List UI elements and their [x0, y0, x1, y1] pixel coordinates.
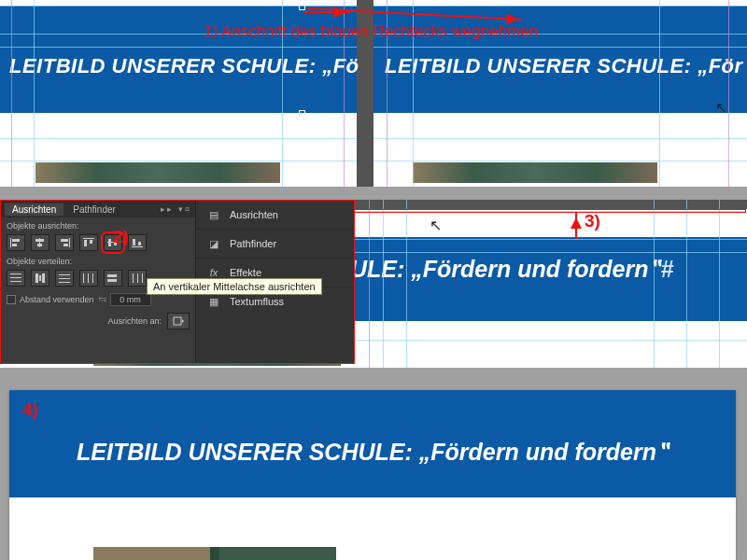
svg-rect-20	[10, 281, 21, 282]
guide-v	[659, 0, 660, 187]
svg-rect-21	[35, 273, 38, 283]
margin-guide	[728, 0, 729, 187]
align-objects-row	[1, 232, 195, 253]
result-view: LEITBILD UNSERER SCHULE: „Fördern und fo…	[0, 381, 747, 560]
svg-rect-9	[83, 238, 94, 239]
svg-rect-29	[92, 273, 93, 283]
annotation-3: 3)	[585, 211, 600, 231]
tooltip: An vertikaler Mittelachse ausrichten	[147, 278, 322, 295]
spread-view-top: LEITBILD UNSERER SCHULE: „Fö LEITBILD UN…	[0, 0, 747, 187]
svg-rect-8	[63, 244, 68, 246]
menu-label: Textumfluss	[230, 296, 284, 307]
svg-rect-22	[39, 275, 41, 281]
align-to-row: Ausrichten an:	[1, 311, 195, 331]
guide-h	[374, 47, 747, 48]
menu-label: Pathfinder	[230, 238, 276, 249]
tab-pathfinder[interactable]: Pathfinder	[65, 203, 123, 216]
distribute-bottom-button[interactable]	[55, 270, 74, 287]
cursor-icon	[430, 217, 441, 231]
svg-rect-17	[138, 242, 141, 245]
selection-handle[interactable]	[299, 4, 305, 10]
distribute-top-button[interactable]	[7, 270, 25, 287]
svg-rect-27	[83, 273, 84, 283]
svg-rect-6	[69, 238, 70, 247]
svg-rect-35	[174, 317, 181, 325]
distribute-left-button[interactable]	[79, 270, 98, 287]
align-bottom-button[interactable]	[128, 234, 147, 251]
svg-rect-24	[59, 274, 70, 275]
guide-h	[374, 138, 747, 139]
align-right-button[interactable]	[55, 234, 74, 251]
svg-rect-23	[42, 273, 45, 283]
svg-rect-19	[10, 277, 21, 278]
menu-item-pathfinder[interactable]: ◪ Pathfinder	[196, 230, 354, 259]
svg-rect-30	[107, 274, 117, 277]
headline-text-right: LEITBILD UNSERER SCHULE: „För	[385, 54, 743, 78]
svg-rect-4	[35, 239, 44, 242]
svg-rect-13	[108, 239, 111, 246]
effects-menu-icon: fx	[207, 266, 220, 279]
svg-rect-15	[132, 246, 143, 247]
svg-rect-16	[133, 239, 135, 245]
menu-label: Ausrichten	[230, 209, 278, 220]
svg-rect-33	[137, 273, 138, 283]
svg-rect-28	[88, 273, 89, 283]
selection-handle[interactable]	[299, 110, 305, 117]
headline-full: LEITBILD UNSERER SCHULE: „Fördern und fo…	[9, 439, 736, 466]
align-left-button[interactable]	[7, 234, 25, 251]
svg-rect-5	[37, 244, 42, 246]
align-to-label: Ausrichten an:	[107, 316, 162, 326]
guide-h	[374, 6, 747, 7]
annotation-1: 1) Anschnitt des blauen Rechtecks wegneh…	[204, 22, 538, 41]
svg-rect-1	[12, 239, 20, 242]
distribute-h-center-button[interactable]	[104, 270, 122, 287]
arrow-3	[575, 213, 577, 239]
photo-strip	[413, 162, 657, 183]
distribute-v-center-button[interactable]	[31, 270, 49, 287]
guide-v	[383, 200, 384, 368]
distribute-right-button[interactable]	[128, 270, 147, 287]
svg-rect-10	[84, 240, 87, 246]
guide-v	[34, 0, 35, 187]
panel-collapse-icon[interactable]: ▸▸ ▾≡	[161, 204, 195, 214]
cursor-icon	[715, 99, 726, 114]
svg-rect-25	[59, 278, 70, 279]
margin-guide	[11, 0, 12, 187]
guide-h	[0, 161, 357, 161]
textwrap-menu-icon: ▦	[207, 295, 220, 308]
annotation-2: 2)	[113, 227, 129, 247]
label-align-objects: Objekte ausrichten:	[1, 217, 195, 232]
use-spacing-checkbox[interactable]	[7, 295, 16, 304]
guide-v	[686, 200, 687, 368]
headline-fragment: ULE: „Fördern und fordern‟#	[350, 256, 673, 283]
photo-strip	[35, 162, 280, 183]
svg-rect-34	[142, 273, 143, 283]
arrow-1a	[303, 11, 350, 13]
menu-label: Effekte	[230, 267, 261, 278]
align-h-center-button[interactable]	[31, 234, 49, 251]
use-spacing-label: Abstand verwenden	[20, 295, 94, 304]
annotation-4: 4)	[22, 399, 38, 420]
svg-rect-0	[10, 238, 11, 247]
align-menu-icon: ▤	[207, 208, 220, 221]
align-top-button[interactable]	[79, 234, 98, 251]
guide-v	[406, 200, 407, 368]
svg-rect-26	[59, 282, 70, 283]
svg-rect-31	[107, 279, 117, 282]
photo-strip	[93, 547, 336, 560]
svg-rect-7	[61, 239, 68, 242]
align-panel[interactable]: Ausrichten Pathfinder ▸▸ ▾≡ Objekte ausr…	[0, 200, 355, 364]
spacing-field[interactable]: 0 mm	[110, 293, 151, 306]
svg-rect-2	[12, 244, 17, 246]
panel-tabs: Ausrichten Pathfinder ▸▸ ▾≡	[1, 201, 195, 217]
guide-h	[374, 161, 747, 161]
align-to-dropdown[interactable]	[167, 313, 190, 329]
tab-align[interactable]: Ausrichten	[5, 203, 63, 216]
guide-h	[0, 47, 357, 48]
guide-h	[0, 138, 357, 139]
menu-item-ausrichten[interactable]: ▤ Ausrichten	[196, 201, 354, 230]
headline-text-left: LEITBILD UNSERER SCHULE: „Fö	[9, 54, 359, 78]
guide-v	[719, 200, 720, 368]
spread-view-middle: ULE: „Fördern und fordern‟# 3) Ausrichte…	[0, 200, 747, 368]
pathfinder-menu-icon: ◪	[207, 237, 220, 250]
